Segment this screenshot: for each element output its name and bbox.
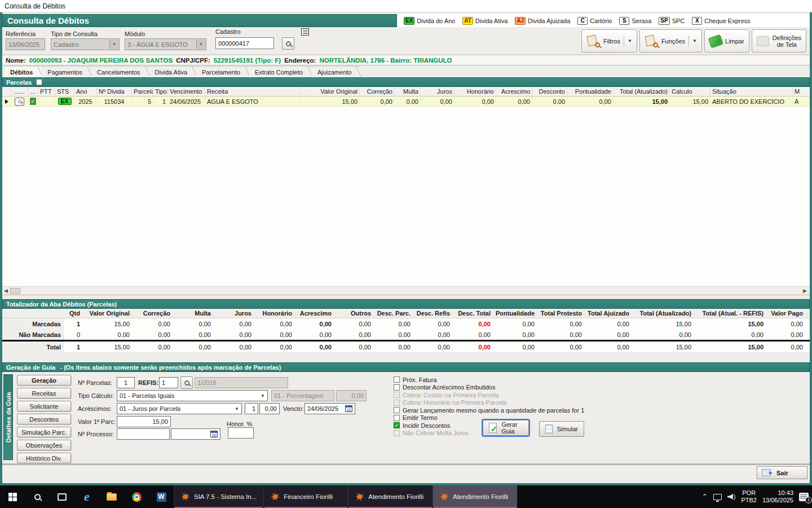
action-center-icon[interactable]: 1 xyxy=(799,493,809,501)
funcoes-button[interactable]: Funções ▼ xyxy=(639,29,702,52)
cadastro-search-button[interactable] xyxy=(282,37,294,50)
grid-col-ptt[interactable]: PTT xyxy=(38,87,55,96)
simular-label: Simular xyxy=(557,426,578,432)
modulo-select[interactable]: 3 - ÁGUA E ESGOTO ▼ xyxy=(125,38,206,50)
grid-col-correcao[interactable]: Correção xyxy=(360,87,395,96)
tray-expand-icon[interactable]: ⌃ xyxy=(702,493,708,501)
tipo-consulta-select[interactable]: Cadastro ▼ xyxy=(51,38,120,50)
grid-col-juros[interactable]: Juros xyxy=(421,87,454,96)
grid-col-total[interactable]: Total (Atualizado) xyxy=(614,87,670,96)
tab-cancelamentos[interactable]: Cancelamentos xyxy=(91,66,149,77)
tipo-calculo-select[interactable]: 01 - Parcelas Iguais ▼ xyxy=(117,390,268,401)
tab-ajuizamento[interactable]: Ajuizamento xyxy=(312,66,361,77)
simular-button[interactable]: Simular xyxy=(539,421,584,437)
grid-col-pontualidade[interactable]: Pontualidade xyxy=(567,87,614,96)
porcentagem-select[interactable]: 01 - Porcentagem xyxy=(271,390,334,401)
grid-col-desconto[interactable]: Desconto xyxy=(532,87,567,96)
grid-col-acrescimo[interactable]: Acrescimo xyxy=(496,87,532,96)
screen-settings-icon xyxy=(757,36,769,46)
nav-historico-button[interactable]: Histórico Div. xyxy=(17,453,71,463)
grid-horizontal-scrollbar[interactable]: ◀ ▶ xyxy=(2,287,810,295)
refis-search-button[interactable] xyxy=(180,376,193,389)
acrescimos-valor-input[interactable]: 0,00 xyxy=(259,403,280,414)
checkbox-label: Descontar Acréscimos Embutidos xyxy=(403,384,495,391)
gerar-guia-button[interactable]: Gerar Guia xyxy=(483,420,529,436)
n-parcelas-input[interactable]: 1 xyxy=(117,377,135,388)
tab-divida-ativa[interactable]: Divida Ativa xyxy=(149,66,196,77)
gerar-lancamento-checkbox[interactable]: Gerar Lançamento mesmo quando a quantida… xyxy=(394,407,584,413)
clock[interactable]: 10:43 13/06/2025 xyxy=(762,489,793,504)
grid-col-calculo[interactable]: Calculo xyxy=(670,87,710,96)
nav-receitas-button[interactable]: Receitas xyxy=(17,388,71,398)
nav-descontos-button[interactable]: Descontos xyxy=(17,414,71,424)
taskbar-app-financeiro[interactable]: Financeiro Fiorilli xyxy=(263,485,348,508)
filtros-button[interactable]: Filtros ▼ xyxy=(581,29,637,52)
nav-observacoes-button[interactable]: Observações xyxy=(17,440,71,450)
cadastro-input[interactable]: 000000417 xyxy=(215,37,274,49)
sair-button[interactable]: Sair xyxy=(757,466,807,479)
porcentagem-valor-input[interactable]: 0,00 xyxy=(336,390,367,401)
grid-col-tipo[interactable]: Tipo xyxy=(153,87,168,96)
taskbar-app-atendimento-2[interactable]: Atendimento Fiorilli xyxy=(433,485,517,508)
valor-parc-input[interactable]: 15,00 xyxy=(117,416,171,427)
grid-col-valor-original[interactable]: Valor Original xyxy=(300,87,360,96)
acrescimos-n-input[interactable]: 1 xyxy=(245,403,258,414)
cobrar-honorario-checkbox[interactable]: Cobrar Honorário na Primeira Parcela xyxy=(394,400,584,406)
word-button[interactable]: W xyxy=(149,485,174,508)
taskbar-app-sia[interactable]: SIA 7.5 - Sistema In... xyxy=(174,485,263,508)
taskbar-app-atendimento-1[interactable]: Atendimento Fiorilli xyxy=(348,485,433,508)
grid-col-receita[interactable]: Receita xyxy=(205,87,300,96)
grid-col-dots2[interactable]: ... xyxy=(28,87,38,96)
grid-col-dots[interactable]: ...... xyxy=(11,87,28,96)
descontar-acrescimos-checkbox[interactable]: Descontar Acréscimos Embutidos xyxy=(394,384,584,391)
nav-geracao-button[interactable]: Geração xyxy=(17,375,71,386)
referencia-field[interactable]: 13/06/2025 xyxy=(6,38,45,50)
grid-col-multa[interactable]: Multa xyxy=(395,87,421,96)
processo-data-input[interactable] xyxy=(171,428,220,440)
limpar-button[interactable]: Limpar xyxy=(704,29,749,52)
grid-col-sts[interactable]: STS xyxy=(55,87,74,96)
parcelas-checkbox[interactable] xyxy=(36,79,42,85)
nav-solicitante-button[interactable]: Solicitante xyxy=(17,401,71,411)
task-view-button[interactable] xyxy=(50,485,74,508)
grid-col-ano[interactable]: Ano xyxy=(74,87,97,96)
internet-explorer-button[interactable]: e xyxy=(74,485,99,508)
file-explorer-button[interactable] xyxy=(99,485,124,508)
volume-icon[interactable]: ) xyxy=(727,493,736,500)
calendar-icon[interactable] xyxy=(345,405,352,412)
calendar-icon[interactable] xyxy=(210,431,218,437)
row-search-button[interactable] xyxy=(15,98,24,106)
honor-input[interactable] xyxy=(228,427,254,439)
row-selected-checkbox[interactable]: ✓ xyxy=(30,98,36,105)
language-indicator[interactable]: POR PTB2 xyxy=(741,489,757,504)
cobrar-custas-checkbox[interactable]: Cobrar Custas na Primeira Parcela xyxy=(394,392,584,398)
tot-cell: 0,00 xyxy=(767,344,806,351)
chrome-button[interactable] xyxy=(124,485,149,508)
taskbar-search-button[interactable] xyxy=(25,485,50,508)
scroll-left-arrow[interactable]: ◀ xyxy=(2,287,10,295)
network-icon[interactable] xyxy=(713,494,722,500)
list-icon[interactable] xyxy=(301,28,309,36)
processo-input[interactable] xyxy=(117,428,170,440)
scrollbar-thumb[interactable] xyxy=(10,288,20,294)
start-button[interactable] xyxy=(0,485,25,508)
tot-cell: 0,00 xyxy=(538,331,585,338)
tab-debitos[interactable]: Débitos xyxy=(5,66,42,77)
grid-col-parcela[interactable]: Parcela xyxy=(132,87,153,96)
tab-pagamentos[interactable]: Pagamentos xyxy=(42,66,91,77)
grid-col-honorario[interactable]: Honorário xyxy=(454,87,496,96)
refis-input[interactable]: 1 xyxy=(159,377,178,388)
scroll-right-arrow[interactable]: ▶ xyxy=(801,287,809,295)
grid-col-situacao[interactable]: Situação xyxy=(710,87,793,96)
prox-fatura-checkbox[interactable]: Próx. Fatura xyxy=(394,376,584,383)
grid-col-divida[interactable]: Nº Divida xyxy=(97,87,132,96)
tab-parcelamento[interactable]: Parcelamento xyxy=(196,66,249,77)
grid-col-extra[interactable]: M xyxy=(793,87,810,96)
definicoes-tela-button[interactable]: Definições de Tela xyxy=(752,29,806,52)
vencto-input[interactable]: 24/06/2025 xyxy=(304,403,355,414)
acrescimos-select[interactable]: 01 - Juros por Parcela ▼ xyxy=(117,403,242,414)
tab-extrato-completo[interactable]: Extrato Completo xyxy=(249,66,312,77)
grid-col-vencimento[interactable]: Vencimento xyxy=(168,87,205,96)
nav-simulacao-button[interactable]: Simulação Parc. xyxy=(17,427,71,437)
table-row[interactable]: ✓ EX 2025 115034 5 1 24/06/2025 AGUA E E… xyxy=(2,97,810,107)
